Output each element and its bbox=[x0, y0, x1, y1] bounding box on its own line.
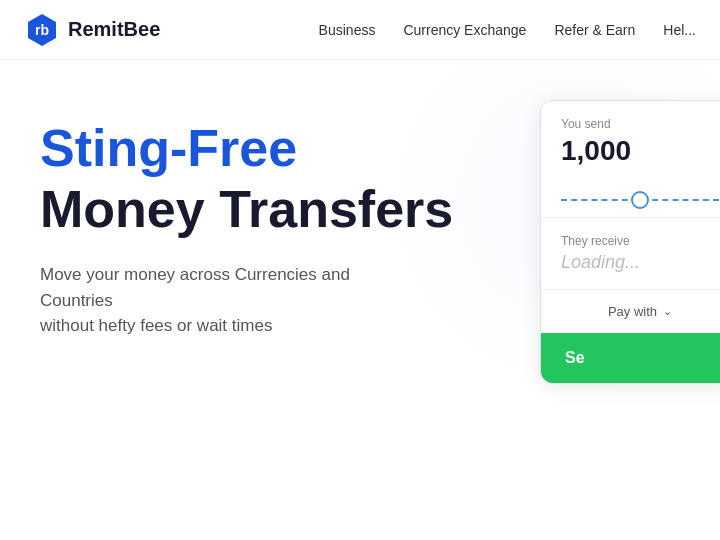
send-button[interactable]: Se bbox=[541, 333, 720, 383]
nav-item-business[interactable]: Business bbox=[319, 22, 376, 38]
hero-title-line1: Sting-Free bbox=[40, 120, 460, 177]
they-receive-label: They receive bbox=[561, 234, 719, 248]
nav-item-refer-earn[interactable]: Refer & Earn bbox=[554, 22, 635, 38]
hero-subtitle: Move your money across Currencies and Co… bbox=[40, 262, 380, 339]
remitbee-logo-icon: rb bbox=[24, 12, 60, 48]
they-receive-value: Loading... bbox=[561, 252, 719, 273]
logo-text: RemitBee bbox=[68, 18, 160, 41]
hero-subtitle-line2: without hefty fees or wait times bbox=[40, 316, 272, 335]
main-content: Sting-Free Money Transfers Move your mon… bbox=[0, 60, 720, 540]
pay-with-label: Pay with bbox=[608, 304, 657, 319]
header: rb RemitBee Business Currency Exchange R… bbox=[0, 0, 720, 60]
transfer-card: You send They receive Loading... Pay wit… bbox=[540, 100, 720, 384]
transfer-arrow-icon bbox=[631, 191, 649, 209]
you-send-input[interactable] bbox=[561, 135, 719, 167]
card-area: You send They receive Loading... Pay wit… bbox=[500, 60, 720, 540]
transfer-divider bbox=[541, 183, 720, 217]
hero-subtitle-line1: Move your money across Currencies and Co… bbox=[40, 265, 350, 310]
hero-title-line2: Money Transfers bbox=[40, 181, 460, 238]
you-send-section: You send bbox=[541, 101, 720, 183]
svg-text:rb: rb bbox=[35, 22, 49, 38]
logo[interactable]: rb RemitBee bbox=[24, 12, 160, 48]
you-send-label: You send bbox=[561, 117, 719, 131]
hero-section: Sting-Free Money Transfers Move your mon… bbox=[0, 60, 500, 540]
pay-with-selector[interactable]: Pay with ⌄ bbox=[541, 289, 720, 333]
they-receive-section: They receive Loading... bbox=[541, 217, 720, 289]
nav-item-currency-exchange[interactable]: Currency Exchange bbox=[403, 22, 526, 38]
nav-menu: Business Currency Exchange Refer & Earn … bbox=[319, 22, 696, 38]
nav-item-help[interactable]: Hel... bbox=[663, 22, 696, 38]
chevron-down-icon: ⌄ bbox=[663, 305, 672, 318]
